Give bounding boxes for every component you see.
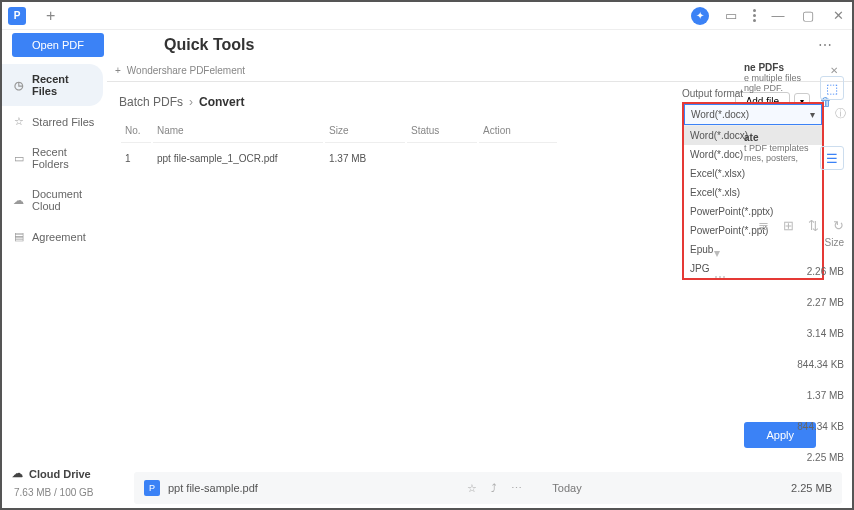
dropdown-value: Word(*.docx) bbox=[691, 109, 749, 120]
refresh-icon[interactable]: ↻ bbox=[833, 218, 844, 233]
size-value: 2.25 MB bbox=[744, 452, 844, 463]
sidebar-item-label: Recent Files bbox=[32, 73, 93, 97]
sidebar-item-label: Agreement bbox=[32, 231, 86, 243]
app-icon[interactable]: P bbox=[8, 7, 26, 25]
sidebar-item-agreement[interactable]: ▤ Agreement bbox=[2, 221, 107, 252]
user-avatar[interactable]: ✦ bbox=[691, 7, 709, 25]
sidebar-item-recent-folders[interactable]: ▭ Recent Folders bbox=[2, 137, 107, 179]
doc-icon: ▤ bbox=[12, 230, 25, 243]
extra-dropdown-icon[interactable]: ▾ bbox=[714, 246, 726, 260]
storage-text: 7.63 MB / 100 GB bbox=[14, 487, 94, 498]
card-title: ate bbox=[744, 132, 844, 143]
recent-file-row[interactable]: P ppt file-sample.pdf ☆ ⤴ ⋯ Today 2.25 M… bbox=[134, 472, 842, 504]
combine-icon[interactable]: ⬚ bbox=[820, 76, 844, 100]
subtab-label: Wondershare PDFelement bbox=[127, 65, 245, 76]
card-title: ne PDFs bbox=[744, 62, 844, 73]
cell-status bbox=[407, 145, 477, 172]
sidebar-item-label: Recent Folders bbox=[32, 146, 97, 170]
more-icon[interactable]: ⋯ bbox=[511, 482, 522, 495]
size-value: 844.34 KB bbox=[744, 421, 844, 432]
open-pdf-button[interactable]: Open PDF bbox=[12, 33, 104, 57]
col-name: Name bbox=[153, 119, 323, 143]
maximize-button[interactable]: ▢ bbox=[800, 8, 816, 23]
new-tab-button[interactable]: + bbox=[46, 7, 55, 25]
sidebar-item-label: Document Cloud bbox=[32, 188, 97, 212]
close-button[interactable]: ✕ bbox=[830, 8, 846, 23]
recent-date: Today bbox=[552, 482, 581, 494]
size-value: 844.34 KB bbox=[744, 359, 844, 370]
file-table: No. Name Size Status Action 1 ppt file-s… bbox=[119, 117, 559, 174]
size-value: 1.37 MB bbox=[744, 390, 844, 401]
star-icon: ☆ bbox=[12, 115, 25, 128]
size-value: 2.27 MB bbox=[744, 297, 844, 308]
minimize-button[interactable]: — bbox=[770, 8, 786, 23]
sort-icon[interactable]: ⇅ bbox=[808, 218, 819, 233]
cloud-icon: ☁ bbox=[12, 194, 25, 207]
table-row[interactable]: 1 ppt file-sample_1_OCR.pdf 1.37 MB bbox=[121, 145, 557, 172]
recent-filename: ppt file-sample.pdf bbox=[168, 482, 258, 494]
sidebar-item-recent-files[interactable]: ◷ Recent Files bbox=[2, 64, 103, 106]
clock-icon: ◷ bbox=[12, 79, 25, 92]
star-icon[interactable]: ☆ bbox=[467, 482, 477, 495]
size-value: 3.14 MB bbox=[744, 328, 844, 339]
more-menu-icon[interactable] bbox=[753, 9, 756, 22]
cell-no: 1 bbox=[121, 145, 151, 172]
chevron-right-icon: › bbox=[189, 95, 193, 109]
sidebar-item-label: Starred Files bbox=[32, 116, 94, 128]
view-grid-icon[interactable]: ⊞ bbox=[783, 218, 794, 233]
col-no: No. bbox=[121, 119, 151, 143]
pdf-file-icon: P bbox=[144, 480, 160, 496]
breadcrumb-current: Convert bbox=[199, 95, 244, 109]
extra-more-icon[interactable]: ⋯ bbox=[714, 270, 726, 284]
cloud-icon: ☁ bbox=[12, 467, 23, 480]
view-list-icon[interactable]: ≣ bbox=[758, 218, 769, 233]
breadcrumb-root[interactable]: Batch PDFs bbox=[119, 95, 183, 109]
cloud-drive-label[interactable]: Cloud Drive bbox=[29, 468, 91, 480]
sidebar-item-document-cloud[interactable]: ☁ Document Cloud bbox=[2, 179, 107, 221]
sidebar-item-starred-files[interactable]: ☆ Starred Files bbox=[2, 106, 107, 137]
cell-size: 1.37 MB bbox=[325, 145, 405, 172]
size-header: Size bbox=[744, 237, 844, 248]
col-action: Action bbox=[479, 119, 557, 143]
chat-icon[interactable]: ▭ bbox=[723, 8, 739, 23]
size-value: 2.26 MB bbox=[744, 266, 844, 277]
plus-icon[interactable]: + bbox=[115, 65, 121, 76]
template-icon[interactable]: ☰ bbox=[820, 146, 844, 170]
cell-name: ppt file-sample_1_OCR.pdf bbox=[153, 145, 323, 172]
col-status: Status bbox=[407, 119, 477, 143]
folder-icon: ▭ bbox=[12, 152, 25, 165]
recent-size: 2.25 MB bbox=[791, 482, 832, 494]
col-size: Size bbox=[325, 119, 405, 143]
upload-icon[interactable]: ⤴ bbox=[491, 482, 497, 494]
page-title: Quick Tools bbox=[164, 36, 254, 54]
header-more-icon[interactable]: ⋯ bbox=[818, 37, 832, 53]
sidebar: ◷ Recent Files ☆ Starred Files ▭ Recent … bbox=[2, 60, 107, 508]
cell-action bbox=[479, 145, 557, 172]
